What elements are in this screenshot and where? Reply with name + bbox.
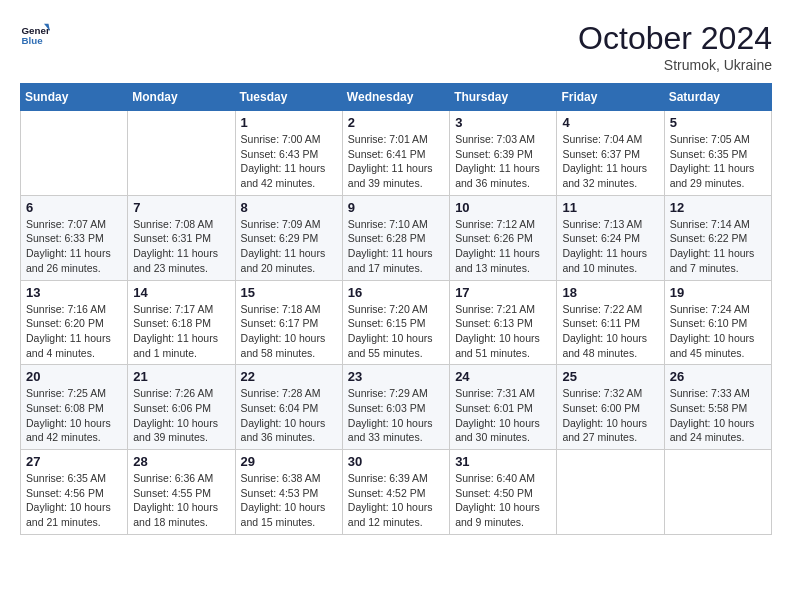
calendar-cell: 5Sunrise: 7:05 AM Sunset: 6:35 PM Daylig… — [664, 111, 771, 196]
day-number: 14 — [133, 285, 229, 300]
calendar-week-row: 27Sunrise: 6:35 AM Sunset: 4:56 PM Dayli… — [21, 450, 772, 535]
day-number: 26 — [670, 369, 766, 384]
day-number: 20 — [26, 369, 122, 384]
weekday-header-thursday: Thursday — [450, 84, 557, 111]
calendar-week-row: 20Sunrise: 7:25 AM Sunset: 6:08 PM Dayli… — [21, 365, 772, 450]
weekday-header-friday: Friday — [557, 84, 664, 111]
calendar-cell: 17Sunrise: 7:21 AM Sunset: 6:13 PM Dayli… — [450, 280, 557, 365]
day-info: Sunrise: 7:32 AM Sunset: 6:00 PM Dayligh… — [562, 386, 658, 445]
day-info: Sunrise: 7:16 AM Sunset: 6:20 PM Dayligh… — [26, 302, 122, 361]
calendar-week-row: 1Sunrise: 7:00 AM Sunset: 6:43 PM Daylig… — [21, 111, 772, 196]
day-number: 16 — [348, 285, 444, 300]
day-number: 11 — [562, 200, 658, 215]
day-info: Sunrise: 7:31 AM Sunset: 6:01 PM Dayligh… — [455, 386, 551, 445]
day-number: 1 — [241, 115, 337, 130]
calendar-cell: 2Sunrise: 7:01 AM Sunset: 6:41 PM Daylig… — [342, 111, 449, 196]
day-info: Sunrise: 7:26 AM Sunset: 6:06 PM Dayligh… — [133, 386, 229, 445]
day-number: 9 — [348, 200, 444, 215]
day-info: Sunrise: 7:25 AM Sunset: 6:08 PM Dayligh… — [26, 386, 122, 445]
calendar-cell — [557, 450, 664, 535]
day-number: 8 — [241, 200, 337, 215]
weekday-header-monday: Monday — [128, 84, 235, 111]
day-info: Sunrise: 7:24 AM Sunset: 6:10 PM Dayligh… — [670, 302, 766, 361]
calendar-cell: 15Sunrise: 7:18 AM Sunset: 6:17 PM Dayli… — [235, 280, 342, 365]
svg-text:Blue: Blue — [22, 35, 44, 46]
weekday-header-row: SundayMondayTuesdayWednesdayThursdayFrid… — [21, 84, 772, 111]
calendar-cell: 16Sunrise: 7:20 AM Sunset: 6:15 PM Dayli… — [342, 280, 449, 365]
calendar-week-row: 6Sunrise: 7:07 AM Sunset: 6:33 PM Daylig… — [21, 195, 772, 280]
logo-icon: General Blue — [20, 20, 50, 50]
calendar-cell: 30Sunrise: 6:39 AM Sunset: 4:52 PM Dayli… — [342, 450, 449, 535]
day-info: Sunrise: 7:07 AM Sunset: 6:33 PM Dayligh… — [26, 217, 122, 276]
day-number: 13 — [26, 285, 122, 300]
calendar-cell — [21, 111, 128, 196]
calendar-cell: 13Sunrise: 7:16 AM Sunset: 6:20 PM Dayli… — [21, 280, 128, 365]
page-header: General Blue October 2024 Strumok, Ukrai… — [20, 20, 772, 73]
calendar-week-row: 13Sunrise: 7:16 AM Sunset: 6:20 PM Dayli… — [21, 280, 772, 365]
day-info: Sunrise: 7:12 AM Sunset: 6:26 PM Dayligh… — [455, 217, 551, 276]
day-number: 25 — [562, 369, 658, 384]
day-info: Sunrise: 7:13 AM Sunset: 6:24 PM Dayligh… — [562, 217, 658, 276]
calendar-cell: 28Sunrise: 6:36 AM Sunset: 4:55 PM Dayli… — [128, 450, 235, 535]
day-info: Sunrise: 7:04 AM Sunset: 6:37 PM Dayligh… — [562, 132, 658, 191]
day-info: Sunrise: 6:38 AM Sunset: 4:53 PM Dayligh… — [241, 471, 337, 530]
month-title: October 2024 — [578, 20, 772, 57]
day-number: 31 — [455, 454, 551, 469]
calendar-cell: 4Sunrise: 7:04 AM Sunset: 6:37 PM Daylig… — [557, 111, 664, 196]
day-info: Sunrise: 7:21 AM Sunset: 6:13 PM Dayligh… — [455, 302, 551, 361]
svg-text:General: General — [22, 25, 51, 36]
day-info: Sunrise: 7:10 AM Sunset: 6:28 PM Dayligh… — [348, 217, 444, 276]
calendar-cell: 9Sunrise: 7:10 AM Sunset: 6:28 PM Daylig… — [342, 195, 449, 280]
day-info: Sunrise: 7:18 AM Sunset: 6:17 PM Dayligh… — [241, 302, 337, 361]
calendar-cell: 31Sunrise: 6:40 AM Sunset: 4:50 PM Dayli… — [450, 450, 557, 535]
day-number: 21 — [133, 369, 229, 384]
logo: General Blue — [20, 20, 50, 50]
day-number: 12 — [670, 200, 766, 215]
calendar-cell: 12Sunrise: 7:14 AM Sunset: 6:22 PM Dayli… — [664, 195, 771, 280]
day-info: Sunrise: 7:22 AM Sunset: 6:11 PM Dayligh… — [562, 302, 658, 361]
weekday-header-wednesday: Wednesday — [342, 84, 449, 111]
calendar-cell: 10Sunrise: 7:12 AM Sunset: 6:26 PM Dayli… — [450, 195, 557, 280]
calendar-cell: 8Sunrise: 7:09 AM Sunset: 6:29 PM Daylig… — [235, 195, 342, 280]
calendar-cell — [128, 111, 235, 196]
day-number: 27 — [26, 454, 122, 469]
calendar-cell: 18Sunrise: 7:22 AM Sunset: 6:11 PM Dayli… — [557, 280, 664, 365]
day-number: 2 — [348, 115, 444, 130]
calendar-cell: 20Sunrise: 7:25 AM Sunset: 6:08 PM Dayli… — [21, 365, 128, 450]
day-number: 15 — [241, 285, 337, 300]
day-number: 10 — [455, 200, 551, 215]
calendar-table: SundayMondayTuesdayWednesdayThursdayFrid… — [20, 83, 772, 535]
day-info: Sunrise: 7:01 AM Sunset: 6:41 PM Dayligh… — [348, 132, 444, 191]
title-area: October 2024 Strumok, Ukraine — [578, 20, 772, 73]
day-info: Sunrise: 7:03 AM Sunset: 6:39 PM Dayligh… — [455, 132, 551, 191]
calendar-cell: 23Sunrise: 7:29 AM Sunset: 6:03 PM Dayli… — [342, 365, 449, 450]
day-info: Sunrise: 6:39 AM Sunset: 4:52 PM Dayligh… — [348, 471, 444, 530]
calendar-cell: 11Sunrise: 7:13 AM Sunset: 6:24 PM Dayli… — [557, 195, 664, 280]
calendar-cell — [664, 450, 771, 535]
day-number: 23 — [348, 369, 444, 384]
day-number: 7 — [133, 200, 229, 215]
weekday-header-tuesday: Tuesday — [235, 84, 342, 111]
day-number: 19 — [670, 285, 766, 300]
weekday-header-saturday: Saturday — [664, 84, 771, 111]
day-number: 4 — [562, 115, 658, 130]
calendar-cell: 7Sunrise: 7:08 AM Sunset: 6:31 PM Daylig… — [128, 195, 235, 280]
calendar-cell: 22Sunrise: 7:28 AM Sunset: 6:04 PM Dayli… — [235, 365, 342, 450]
calendar-cell: 3Sunrise: 7:03 AM Sunset: 6:39 PM Daylig… — [450, 111, 557, 196]
calendar-cell: 21Sunrise: 7:26 AM Sunset: 6:06 PM Dayli… — [128, 365, 235, 450]
day-info: Sunrise: 7:29 AM Sunset: 6:03 PM Dayligh… — [348, 386, 444, 445]
day-number: 29 — [241, 454, 337, 469]
day-info: Sunrise: 7:05 AM Sunset: 6:35 PM Dayligh… — [670, 132, 766, 191]
day-info: Sunrise: 6:36 AM Sunset: 4:55 PM Dayligh… — [133, 471, 229, 530]
day-number: 28 — [133, 454, 229, 469]
day-info: Sunrise: 7:09 AM Sunset: 6:29 PM Dayligh… — [241, 217, 337, 276]
calendar-cell: 14Sunrise: 7:17 AM Sunset: 6:18 PM Dayli… — [128, 280, 235, 365]
calendar-cell: 19Sunrise: 7:24 AM Sunset: 6:10 PM Dayli… — [664, 280, 771, 365]
day-number: 17 — [455, 285, 551, 300]
day-info: Sunrise: 7:20 AM Sunset: 6:15 PM Dayligh… — [348, 302, 444, 361]
day-info: Sunrise: 7:00 AM Sunset: 6:43 PM Dayligh… — [241, 132, 337, 191]
day-info: Sunrise: 6:35 AM Sunset: 4:56 PM Dayligh… — [26, 471, 122, 530]
day-number: 3 — [455, 115, 551, 130]
calendar-cell: 6Sunrise: 7:07 AM Sunset: 6:33 PM Daylig… — [21, 195, 128, 280]
day-info: Sunrise: 7:08 AM Sunset: 6:31 PM Dayligh… — [133, 217, 229, 276]
